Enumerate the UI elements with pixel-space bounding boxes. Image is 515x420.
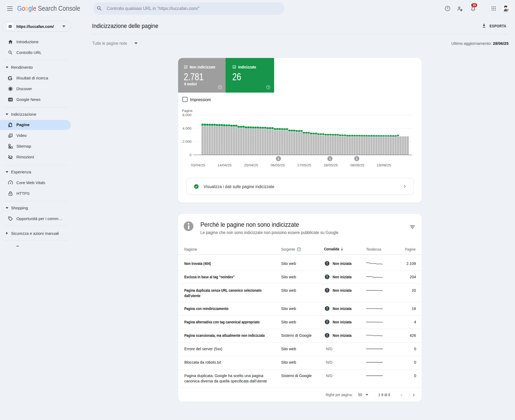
svg-text:G: G [9,98,10,101]
svg-text:08/06/25: 08/06/25 [350,163,365,167]
svg-text:1: 1 [356,157,358,161]
svg-text:0: 0 [189,153,192,157]
svg-text:1: 1 [278,157,279,161]
svg-text:28/05/25: 28/05/25 [324,163,338,167]
svg-text:?: ? [447,7,448,10]
svg-text:14/04/25: 14/04/25 [218,163,232,167]
svg-text:19/06/25: 19/06/25 [377,163,391,167]
svg-text:06/05/25: 06/05/25 [271,163,285,167]
svg-text:03/04/25: 03/04/25 [191,163,205,167]
svg-text:25/04/25: 25/04/25 [244,163,258,167]
svg-text:2.000: 2.000 [182,140,192,144]
svg-text:6.000: 6.000 [182,113,192,117]
svg-text:?: ? [298,248,300,251]
svg-text:1: 1 [329,157,331,161]
svg-text:4.000: 4.000 [182,126,192,130]
svg-text:17/05/25: 17/05/25 [297,163,311,167]
